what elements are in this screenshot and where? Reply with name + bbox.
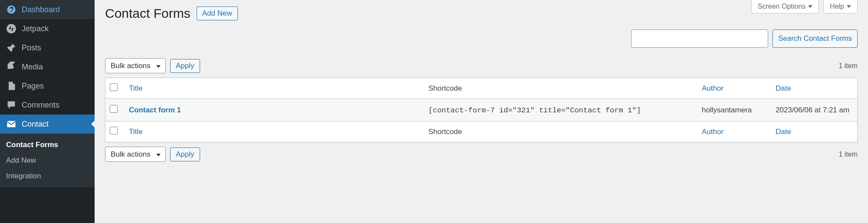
- sidebar-item-label: Comments: [22, 101, 59, 110]
- apply-button[interactable]: Apply: [170, 59, 200, 73]
- row-author-cell: hollysantamera: [697, 99, 771, 121]
- bulk-action-select-wrap-bottom: Bulk actions: [105, 147, 166, 162]
- main-content: Screen Options Help Contact Forms Add Ne…: [95, 0, 868, 223]
- contact-forms-table: Title Shortcode Author Date Contact form…: [105, 78, 858, 142]
- bulk-action-select[interactable]: Bulk actions: [105, 58, 166, 73]
- bulk-actions-top: Bulk actions Apply: [105, 58, 200, 73]
- sidebar-item-label: Jetpack: [22, 24, 49, 33]
- page-title: Contact Forms: [105, 6, 191, 21]
- sidebar-item-label: Posts: [22, 43, 41, 52]
- sidebar-item-pages[interactable]: Pages: [0, 76, 95, 95]
- apply-button-bottom[interactable]: Apply: [170, 148, 200, 161]
- screen-options-tab[interactable]: Screen Options: [751, 0, 819, 13]
- sidebar-item-label: Pages: [22, 82, 44, 91]
- sidebar-item-contact[interactable]: Contact: [0, 115, 95, 134]
- admin-sidebar: Dashboard Jetpack Posts Media Pages Comm…: [0, 0, 95, 223]
- submenu-add-new[interactable]: Add New: [0, 153, 95, 168]
- sidebar-item-jetpack[interactable]: Jetpack: [0, 19, 95, 38]
- bulk-actions-bottom: Bulk actions Apply: [105, 147, 200, 162]
- items-count-bottom: 1 item: [838, 151, 858, 158]
- table-row: Contact form 1 [contact-form-7 id="321" …: [105, 99, 857, 121]
- column-shortcode-footer: Shortcode: [424, 121, 697, 142]
- sidebar-submenu: Contact Forms Add New Integration: [0, 134, 95, 187]
- media-icon: [6, 62, 16, 72]
- sidebar-item-dashboard[interactable]: Dashboard: [0, 0, 95, 19]
- caret-down-icon: [808, 5, 812, 8]
- column-title[interactable]: Title: [125, 78, 424, 99]
- caret-down-icon: [847, 5, 851, 8]
- select-all-checkbox-footer[interactable]: [110, 127, 118, 134]
- row-title-link[interactable]: Contact form 1: [129, 106, 181, 114]
- mail-icon: [6, 119, 16, 129]
- screen-options-label: Screen Options: [758, 3, 806, 10]
- sidebar-item-comments[interactable]: Comments: [0, 95, 95, 115]
- sidebar-item-label: Dashboard: [22, 5, 60, 14]
- select-all-footer: [105, 121, 125, 142]
- help-label: Help: [830, 3, 844, 10]
- svg-point-0: [7, 24, 16, 33]
- row-shortcode-cell: [contact-form-7 id="321" title="Contact …: [424, 99, 697, 121]
- row-date-cell: 2023/06/06 at 7:21 am: [771, 99, 857, 121]
- submenu-contact-forms[interactable]: Contact Forms: [0, 137, 95, 153]
- items-count: 1 item: [838, 62, 858, 70]
- dashboard-icon: [6, 4, 16, 15]
- sidebar-item-media[interactable]: Media: [0, 57, 95, 76]
- help-tab[interactable]: Help: [823, 0, 858, 13]
- row-checkbox-cell: [105, 99, 125, 121]
- comment-icon: [6, 100, 16, 110]
- pin-icon: [6, 43, 16, 53]
- row-shortcode[interactable]: [contact-form-7 id="321" title="Contact …: [428, 106, 641, 115]
- bulk-action-select-wrap: Bulk actions: [105, 58, 166, 73]
- column-title-footer[interactable]: Title: [125, 121, 424, 142]
- table-footer-row: Title Shortcode Author Date: [105, 121, 857, 142]
- row-title-cell: Contact form 1: [125, 99, 424, 121]
- row-checkbox[interactable]: [110, 105, 118, 113]
- column-date-footer[interactable]: Date: [771, 121, 857, 142]
- pages-icon: [6, 81, 16, 91]
- column-date[interactable]: Date: [771, 78, 857, 99]
- sidebar-item-posts[interactable]: Posts: [0, 38, 95, 57]
- search-input[interactable]: [631, 30, 768, 48]
- page-header: Contact Forms Add New: [105, 0, 858, 21]
- bulk-action-select-bottom[interactable]: Bulk actions: [105, 147, 166, 162]
- add-new-button[interactable]: Add New: [197, 7, 238, 20]
- tablenav-top: Bulk actions Apply 1 item: [105, 58, 858, 73]
- submenu-integration[interactable]: Integration: [0, 168, 95, 184]
- select-all-checkbox[interactable]: [110, 83, 118, 91]
- screen-meta-tabs: Screen Options Help: [751, 0, 858, 13]
- column-shortcode: Shortcode: [424, 78, 697, 99]
- table-header-row: Title Shortcode Author Date: [105, 78, 857, 99]
- sidebar-item-label: Media: [22, 62, 43, 72]
- search-row: Search Contact Forms: [105, 30, 858, 48]
- jetpack-icon: [6, 23, 16, 34]
- column-author[interactable]: Author: [697, 78, 771, 99]
- search-button[interactable]: Search Contact Forms: [773, 30, 858, 48]
- sidebar-item-label: Contact: [22, 120, 49, 129]
- column-author-footer[interactable]: Author: [697, 121, 771, 142]
- tablenav-bottom: Bulk actions Apply 1 item: [105, 147, 858, 162]
- select-all-header: [105, 78, 125, 99]
